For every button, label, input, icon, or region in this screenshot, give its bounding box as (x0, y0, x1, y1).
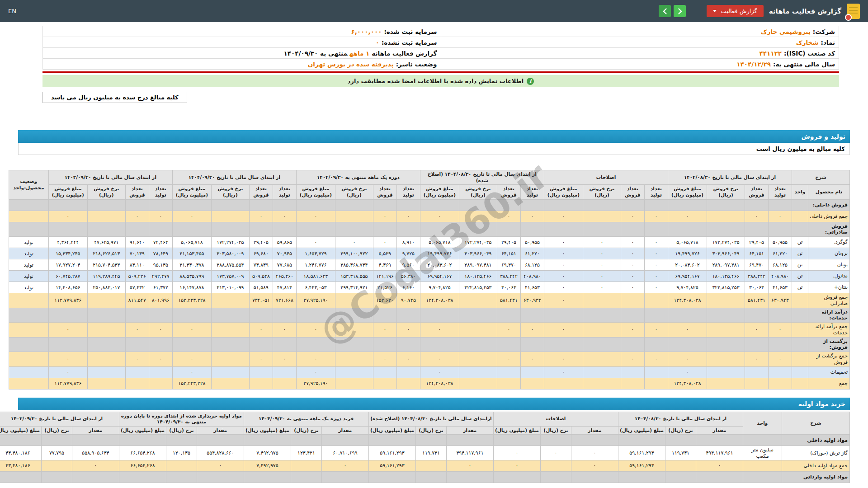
field-label: وضعیت ناشر: (396, 61, 437, 68)
notice-text: اطلاعات نمایش داده شده با اطلاعات امضا ش… (348, 78, 524, 84)
value-cell (87, 293, 125, 308)
unit-cell: تن (792, 282, 808, 293)
value-cell: ۶۹,۴۷۰ (497, 259, 520, 271)
column-header: مقدار (446, 426, 493, 435)
value-cell (621, 378, 644, 389)
value-cell: ۳۰,۰۶۳ (745, 282, 769, 293)
section-row: برگشت از فروش: (9, 337, 849, 352)
value-cell (211, 337, 249, 352)
value-cell: ۰ (769, 211, 792, 222)
value-cell: ۰ (249, 352, 273, 367)
column-header: تعداد فروش (373, 185, 396, 199)
value-cell (172, 337, 211, 352)
value-cell (644, 366, 668, 378)
value-cell: ۱,۲۴۶,۷۷۶ (296, 259, 335, 271)
value-cell (211, 378, 249, 389)
column-header: مبلغ (میلیون ریال) (368, 426, 415, 435)
value-cell (644, 337, 668, 352)
value-cell (211, 211, 249, 222)
unit-cell (792, 222, 808, 237)
value-cell: ۳۸۸,۳۴۲ (745, 271, 769, 282)
value-cell: ۴۳,۴۸۰,۱۸۶ (0, 446, 41, 460)
company-cell: شرکت:پتروشيمي خارک (441, 26, 839, 37)
value-cell: ۲۱,۵۲۶ (373, 282, 396, 293)
value-cell: ۱۲۰,۱۳۵ (166, 446, 197, 460)
row-label: جمع فروش صادراتی (808, 293, 850, 308)
previous-report-button[interactable] (659, 5, 671, 17)
value-cell (211, 199, 249, 211)
value-cell (396, 378, 420, 389)
value-cell (249, 337, 273, 352)
value-cell: ۱۹,۴۹۹,۷۲۶ (668, 248, 707, 259)
section-label: درآمد ارائه خدمات: (808, 308, 850, 323)
value-cell (520, 199, 544, 211)
column-header: تعداد تولید (273, 185, 296, 199)
value-cell: ۹,۷۰۴,۸۲۵ (420, 282, 459, 293)
value-cell (335, 323, 373, 338)
value-cell: ۳۱۳,۰۱۰,۰۹۹ (211, 282, 249, 293)
value-cell: ۹۰,۷۳۵ (396, 293, 420, 308)
value-cell: ۸,۹۱۰ (396, 237, 420, 248)
value-cell: ۰ (149, 323, 172, 338)
language-toggle[interactable]: EN (8, 8, 16, 14)
value-cell (0, 471, 41, 483)
column-group-header: از ابتدای سال مالی تا تاریخ ۱۴۰۴/۰۸/۳۰ (… (420, 170, 544, 185)
value-cell (249, 366, 273, 378)
value-cell: ۶۹,۹۵۴,۱۶۷ (420, 271, 459, 282)
value-cell (415, 460, 446, 471)
value-cell (459, 337, 497, 352)
value-cell: ۰ (668, 323, 707, 338)
column-header: نرخ فروش (ریال) (583, 185, 621, 199)
value-cell: ۱,۶۵۳,۷۲۹ (296, 248, 335, 259)
status-cell (9, 378, 48, 389)
value-cell: ۲۰,۰۸۳,۶۰۲ (420, 259, 459, 271)
next-report-button[interactable] (674, 5, 686, 17)
value-cell (296, 222, 335, 237)
value-cell: ۰ (644, 352, 668, 367)
value-cell: ۸۸,۵۳۵,۷۹۹ (172, 271, 211, 282)
value-cell (87, 337, 125, 352)
value-cell: ۵۵۴,۸۲۸,۶۶۰ (197, 446, 244, 460)
value-cell: ۰ (273, 323, 296, 338)
value-cell (249, 378, 273, 389)
value-cell: ۶۸,۱۲۵ (520, 259, 544, 271)
value-cell (769, 366, 792, 378)
value-cell: ۰ (621, 237, 644, 248)
section-row: مواد اولیه داخلی (0, 435, 850, 446)
status-cell: تولید (9, 248, 48, 259)
column-header: مبلغ فروش (میلیون ریال) (172, 185, 211, 199)
value-cell: ۵۰۹,۲۲۶ (125, 271, 149, 282)
report-type-dropdown[interactable]: گزارش فعالیت (707, 5, 763, 17)
value-cell (149, 378, 172, 389)
value-cell: ۶۶,۶۵۴,۲۶۸ (119, 446, 166, 460)
value-cell (618, 435, 665, 446)
value-cell (273, 199, 296, 211)
column-header: تعداد تولید (520, 185, 544, 199)
value-cell: ۰ (172, 323, 211, 338)
value-cell: ۰ (396, 211, 420, 222)
value-cell: ۴۱,۶۵۳ (520, 282, 544, 293)
report-icon (847, 4, 860, 19)
value-cell (583, 308, 621, 323)
row-label: جمع فروش داخلی (808, 211, 850, 222)
value-cell: ۰ (446, 460, 493, 471)
value-cell: ۶۱,۳۷۲ (149, 282, 172, 293)
value-cell: ۵۵۸,۹۰۵,۶۳۴ (72, 446, 119, 460)
value-cell: ۶,۴۴۳,۰۵۳ (296, 282, 335, 293)
value-cell (373, 199, 396, 211)
value-cell (296, 337, 335, 352)
isic-cell: کد صنعت (ISIC):۴۴۱۱۲۲ (441, 48, 839, 59)
field-value: شخارک (796, 39, 819, 46)
row-label: متانول. (808, 271, 850, 282)
value-cell (72, 435, 119, 446)
value-cell: ۱۲۴,۳۰۸,۰۳۸ (420, 293, 459, 308)
column-header: تعداد تولید (396, 185, 420, 199)
value-cell (493, 471, 540, 483)
value-cell: ۴۰۸,۹۸۰ (769, 271, 792, 282)
value-cell: ۰ (544, 259, 583, 271)
row-label: جمع مواد اولیه داخلی (782, 460, 850, 471)
value-cell (149, 222, 172, 237)
value-cell: ۳۲۲,۸۱۵,۲۵۳ (459, 282, 497, 293)
value-cell (172, 199, 211, 211)
value-cell (396, 308, 420, 323)
